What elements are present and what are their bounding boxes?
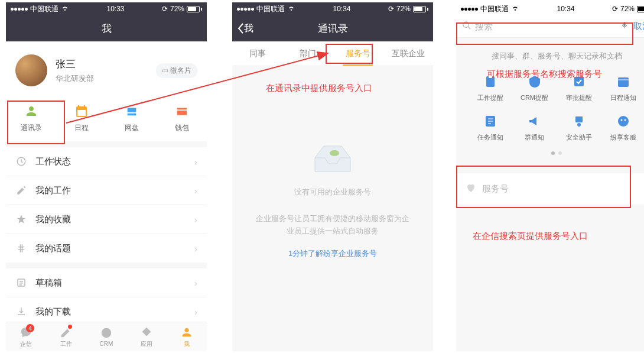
tab-work[interactable]: 工作 bbox=[46, 322, 86, 351]
chevron-right-icon: › bbox=[194, 215, 197, 225]
mini-card-button[interactable]: ▭ 微名片 bbox=[156, 63, 197, 78]
row-work-status[interactable]: 工作状态 › bbox=[6, 147, 207, 176]
clock: 10:34 bbox=[333, 5, 350, 13]
star-icon bbox=[15, 213, 27, 225]
headset-icon bbox=[615, 113, 632, 129]
wifi-icon bbox=[287, 5, 295, 14]
draft-icon bbox=[15, 277, 27, 289]
screen-me: 中国联通 10:33 ⟳ 72% 我 张三 华北研发部 ▭ 微名片 bbox=[6, 2, 207, 351]
tab-chat[interactable]: 4 企信 bbox=[6, 322, 46, 351]
svg-point-11 bbox=[618, 116, 629, 127]
svg-point-12 bbox=[620, 119, 622, 121]
battery-percent: 72% bbox=[620, 5, 635, 13]
svc-security[interactable]: 安全助手 bbox=[557, 113, 601, 142]
chevron-right-icon: › bbox=[194, 244, 197, 254]
annotation-text-2: 可根据服务号名称搜索服务号 bbox=[487, 69, 602, 80]
crm-icon bbox=[100, 326, 113, 339]
carrier-label: 中国联通 bbox=[480, 4, 509, 14]
battery-percent: 72% bbox=[396, 5, 411, 13]
annotation-box-section bbox=[456, 166, 631, 208]
apps-icon bbox=[140, 326, 153, 339]
page-title: 我 bbox=[102, 22, 112, 35]
svg-point-3 bbox=[330, 150, 339, 156]
row-drafts[interactable]: 草稿箱 › bbox=[6, 268, 207, 297]
learn-more-link[interactable]: 1分钟了解纷享企业服务号 bbox=[288, 248, 377, 259]
row-my-work[interactable]: 我的工作 › bbox=[6, 176, 207, 205]
pencil-icon bbox=[15, 184, 27, 196]
empty-state: 没有可用的企业服务号 企业服务号让员工拥有便捷的移动服务窗为企 业员工提供一站式… bbox=[232, 66, 433, 259]
chevron-right-icon: › bbox=[194, 278, 197, 288]
download-icon bbox=[15, 306, 27, 318]
battery-icon bbox=[637, 6, 644, 12]
person-icon bbox=[180, 326, 193, 339]
annotation-text-3: 在企信搜索页提供服务号入口 bbox=[473, 231, 588, 242]
cancel-button[interactable]: 取消 bbox=[633, 21, 644, 32]
annotation-box-contacts bbox=[7, 101, 65, 144]
inbox-icon bbox=[306, 137, 359, 179]
svg-rect-7 bbox=[618, 77, 629, 87]
page-title: 通讯录 bbox=[318, 22, 348, 35]
annotation-box-service-tab bbox=[326, 44, 373, 64]
status-icon bbox=[15, 156, 27, 167]
card-icon: ▭ bbox=[162, 66, 168, 75]
battery-percent: 72% bbox=[170, 5, 184, 13]
battery-icon bbox=[187, 6, 202, 12]
task-icon bbox=[482, 113, 499, 129]
signal-icon bbox=[11, 8, 28, 11]
profile-dept: 华北研发部 bbox=[56, 73, 148, 84]
service-grid: 工作提醒 CRM提醒 审批提醒 日程通知 任务通知 群通知 安全助手 纷享客服 bbox=[456, 67, 644, 151]
chevron-right-icon: › bbox=[194, 186, 197, 196]
svc-schedule[interactable]: 日程通知 bbox=[601, 73, 644, 102]
tab-me[interactable]: 我 bbox=[167, 322, 207, 351]
subtab-partners[interactable]: 互联企业 bbox=[383, 41, 433, 66]
calendar-icon bbox=[73, 104, 90, 118]
carrier-label: 中国联通 bbox=[30, 4, 58, 14]
svc-task[interactable]: 任务通知 bbox=[468, 113, 512, 142]
row-my-topics[interactable]: 我的话题 › bbox=[6, 234, 207, 263]
annotation-box-search bbox=[456, 22, 633, 45]
clock: 10:33 bbox=[106, 5, 124, 13]
status-bar: 中国联通 10:34 ⟳ 72% bbox=[232, 2, 433, 15]
back-button[interactable]: 我 bbox=[237, 22, 253, 35]
loading-icon: ⟳ bbox=[612, 5, 618, 13]
svc-support[interactable]: 纷享客服 bbox=[601, 113, 644, 142]
wifi-icon bbox=[61, 5, 69, 14]
svg-point-10 bbox=[577, 123, 581, 127]
signal-icon bbox=[461, 8, 478, 11]
signal-icon bbox=[237, 8, 254, 11]
svg-point-13 bbox=[624, 119, 626, 121]
chevron-right-icon: › bbox=[194, 157, 197, 167]
svg-point-2 bbox=[102, 328, 112, 338]
clock: 10:34 bbox=[557, 5, 574, 13]
profile-header[interactable]: 张三 华北研发部 ▭ 微名片 bbox=[6, 41, 207, 99]
loading-icon: ⟳ bbox=[162, 5, 168, 13]
quick-disk[interactable]: 网盘 bbox=[106, 104, 157, 133]
svg-rect-9 bbox=[575, 116, 583, 122]
empty-title: 没有可用的企业服务号 bbox=[294, 187, 371, 197]
dot-badge bbox=[68, 325, 72, 329]
megaphone-icon bbox=[526, 113, 543, 129]
page-indicator bbox=[456, 151, 644, 161]
quick-wallet[interactable]: 钱包 bbox=[157, 104, 207, 133]
disk-icon bbox=[123, 104, 140, 118]
chevron-right-icon: › bbox=[194, 307, 197, 317]
avatar[interactable] bbox=[15, 54, 47, 86]
battery-icon bbox=[413, 6, 428, 12]
svc-group[interactable]: 群通知 bbox=[512, 113, 557, 142]
navbar: 我 bbox=[6, 15, 207, 41]
row-my-favorites[interactable]: 我的收藏 › bbox=[6, 205, 207, 234]
shield-icon bbox=[571, 113, 587, 129]
status-bar: 中国联通 10:34 ⟳ 72% bbox=[456, 2, 644, 15]
wifi-icon bbox=[511, 5, 519, 14]
wallet-icon bbox=[174, 104, 190, 118]
subtab-colleagues[interactable]: 同事 bbox=[232, 41, 282, 66]
tab-apps[interactable]: 应用 bbox=[126, 322, 167, 351]
calendar-icon bbox=[615, 73, 632, 90]
hash-icon bbox=[15, 242, 27, 254]
list-group-a: 工作状态 › 我的工作 › 我的收藏 › 我的话题 › bbox=[6, 147, 207, 263]
tab-crm[interactable]: CRM bbox=[86, 322, 126, 351]
navbar: 我 通讯录 bbox=[232, 15, 433, 41]
badge: 4 bbox=[26, 324, 34, 332]
empty-description: 企业服务号让员工拥有便捷的移动服务窗为企 业员工提供一站式自动服务 bbox=[235, 213, 431, 238]
list-group-b: 草稿箱 › 我的下载 › bbox=[6, 268, 207, 326]
